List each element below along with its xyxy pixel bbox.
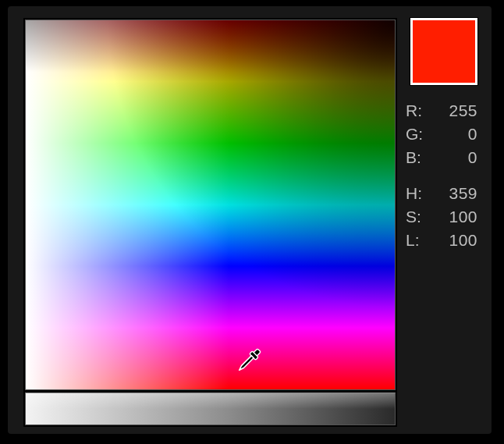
color-field[interactable]	[25, 20, 396, 390]
brightness-slider[interactable]	[25, 392, 396, 425]
value-s: 100	[434, 208, 477, 225]
color-picker-panel: R: 255 G: 0 B: 0 H: 359 S: 100 L:	[8, 6, 492, 434]
svg-rect-1	[250, 351, 258, 360]
label-r: R:	[406, 102, 428, 119]
current-color-swatch	[410, 18, 477, 85]
svg-rect-0	[253, 349, 261, 357]
picker-frame	[23, 18, 397, 427]
value-l: 100	[434, 232, 477, 248]
label-b: B:	[406, 149, 428, 165]
label-g: G:	[406, 126, 428, 142]
value-b: 0	[434, 149, 477, 165]
value-h: 359	[434, 185, 477, 201]
label-s: S:	[406, 208, 428, 225]
value-g: 0	[434, 126, 477, 142]
value-r: 255	[434, 102, 477, 119]
color-readout: R: 255 G: 0 B: 0 H: 359 S: 100 L:	[406, 98, 477, 264]
eyedropper-icon	[231, 344, 265, 378]
label-h: H:	[406, 185, 428, 201]
label-l: L:	[406, 232, 428, 248]
